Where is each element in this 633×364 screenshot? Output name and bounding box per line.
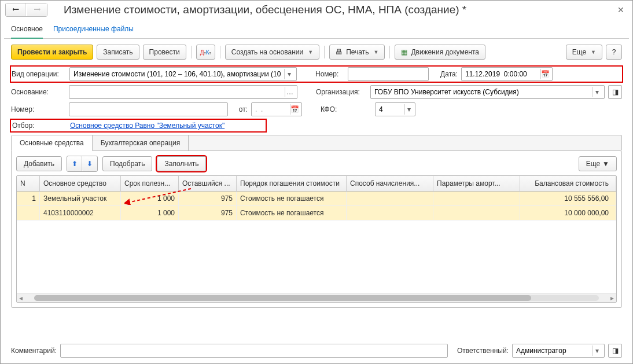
- kfo-select[interactable]: ▾: [375, 102, 415, 116]
- scroll-right-icon[interactable]: ▸: [608, 294, 616, 302]
- comment-input[interactable]: [60, 344, 448, 358]
- tab-attached-files[interactable]: Присоединенные файлы: [53, 23, 134, 38]
- move-up-button[interactable]: ⬆: [67, 156, 82, 171]
- org-open-button[interactable]: ◨: [608, 85, 622, 99]
- separator: [191, 46, 192, 58]
- fill-button[interactable]: Заполнить: [157, 156, 206, 171]
- post-and-close-button[interactable]: Провести и закрыть: [11, 45, 93, 60]
- chevron-down-icon[interactable]: ▾: [284, 69, 294, 79]
- table-row[interactable]: 4103110000002 1 000 975 Стоимость не пог…: [17, 206, 616, 220]
- comment-label: Комментарий:: [11, 347, 57, 355]
- kfo-value[interactable]: [378, 105, 404, 114]
- chevron-down-icon: ▼: [602, 160, 609, 168]
- nav-buttons: 🠔 🠖: [5, 3, 47, 17]
- open-icon: ◨: [612, 347, 619, 355]
- assets-grid: N Основное средство Срок полезн... Остав…: [16, 175, 617, 303]
- from-value[interactable]: [254, 105, 290, 114]
- col-life-header[interactable]: Срок полезн...: [121, 176, 179, 191]
- col-n-header[interactable]: N: [17, 176, 40, 191]
- arrow-up-icon: ⬆: [72, 160, 78, 168]
- ellipsis-icon[interactable]: …: [285, 87, 295, 97]
- movements-button[interactable]: ▦ Движения документа: [395, 45, 485, 60]
- printer-icon: 🖶: [336, 48, 343, 56]
- responsible-value[interactable]: [515, 346, 592, 355]
- table-row[interactable]: 1 Земельный участок 1 000 975 Стоимость …: [17, 192, 616, 206]
- dtk-icon: ДтКт: [200, 49, 211, 56]
- col-asset-header[interactable]: Основное средство: [40, 176, 121, 191]
- create-based-button[interactable]: Создать на основании ▼: [225, 45, 319, 60]
- more-button[interactable]: Еще ▼: [566, 45, 602, 60]
- basis-row: Основание: … Организация: ▾ ◨: [11, 85, 622, 99]
- help-button[interactable]: ?: [606, 45, 622, 60]
- tab-fixed-assets[interactable]: Основные средства: [12, 135, 93, 151]
- scroll-thumb[interactable]: [34, 295, 531, 301]
- nav-back-button[interactable]: 🠔: [6, 3, 25, 16]
- date-value[interactable]: [464, 69, 540, 79]
- move-down-button[interactable]: ⬇: [82, 156, 97, 171]
- calendar-icon[interactable]: 📅: [540, 69, 550, 79]
- number-input[interactable]: [348, 67, 429, 81]
- doc-number-label: Номер:: [11, 105, 65, 113]
- post-button[interactable]: Провести: [143, 45, 186, 60]
- save-button[interactable]: Записать: [97, 45, 139, 60]
- form-area: Вид операции: ▾ Номер: Дата: 📅 Основание…: [4, 64, 629, 310]
- scroll-track[interactable]: [34, 295, 599, 301]
- basis-input[interactable]: …: [69, 85, 297, 99]
- arrow-down-icon: ⬇: [87, 160, 93, 168]
- responsible-open-button[interactable]: ◨: [608, 344, 622, 358]
- chevron-down-icon[interactable]: ▾: [404, 104, 413, 115]
- responsible-select[interactable]: ▾: [512, 344, 605, 358]
- detail-tabs: Основные средства Бухгалтерская операция: [11, 135, 622, 150]
- add-button[interactable]: Добавить: [16, 156, 62, 171]
- op-type-value[interactable]: [72, 69, 284, 79]
- print-button[interactable]: 🖶 Печать ▼: [329, 45, 385, 60]
- separator: [324, 46, 325, 58]
- col-order-header[interactable]: Порядок погашения стоимости: [237, 176, 347, 191]
- pick-button[interactable]: Подобрать: [102, 156, 152, 171]
- org-value[interactable]: [373, 87, 592, 97]
- more-label: Еще: [572, 48, 586, 56]
- header-tabs: Основное Присоединенные файлы: [4, 19, 629, 39]
- doc-number-row: Номер: от: 📅 КФО: ▾: [11, 102, 622, 116]
- doc-number-input[interactable]: [69, 102, 228, 116]
- from-label: от:: [231, 105, 248, 113]
- movements-label: Движения документа: [411, 48, 479, 56]
- panel-toolbar: Добавить ⬆ ⬇ Подобрать Заполнить Еще ▼: [16, 156, 617, 172]
- org-label: Организация:: [316, 88, 367, 96]
- assets-panel: Добавить ⬆ ⬇ Подобрать Заполнить Еще ▼: [11, 150, 622, 308]
- chevron-down-icon[interactable]: ▾: [592, 87, 602, 97]
- chevron-down-icon: ▼: [308, 49, 313, 55]
- calendar-icon[interactable]: 📅: [290, 104, 299, 115]
- grid-body[interactable]: 1 Земельный участок 1 000 975 Стоимость …: [17, 192, 616, 293]
- op-type-select[interactable]: ▾: [69, 67, 297, 81]
- date-input[interactable]: 📅: [461, 67, 553, 81]
- op-type-label: Вид операции:: [12, 70, 66, 78]
- window-title: Изменение стоимости, амортизации, обесце…: [64, 3, 609, 16]
- close-icon[interactable]: ✕: [614, 5, 628, 14]
- separator: [389, 46, 390, 58]
- grid-header: N Основное средство Срок полезн... Остав…: [17, 176, 616, 192]
- col-method-header[interactable]: Способ начисления...: [347, 176, 433, 191]
- col-params-header[interactable]: Параметры аморт...: [433, 176, 520, 191]
- filter-link[interactable]: Основное средство Равно "Земельный участ…: [70, 122, 225, 130]
- number-label: Номер:: [315, 70, 344, 78]
- from-date-input[interactable]: 📅: [251, 102, 302, 116]
- main-toolbar: Провести и закрыть Записать Провести ДтК…: [4, 39, 629, 64]
- date-label: Дата:: [432, 70, 458, 78]
- dtk-button[interactable]: ДтКт: [196, 45, 215, 60]
- create-based-label: Создать на основании: [231, 48, 304, 56]
- panel-more-button[interactable]: Еще ▼: [579, 156, 617, 171]
- col-balance-header[interactable]: Балансовая стоимость: [520, 176, 616, 191]
- movements-icon: ▦: [401, 48, 407, 56]
- horizontal-scrollbar[interactable]: ◂ ▸: [17, 293, 616, 302]
- org-select[interactable]: ▾: [370, 85, 605, 99]
- tab-main[interactable]: Основное: [11, 23, 43, 39]
- col-remaining-header[interactable]: Оставшийся ...: [179, 176, 237, 191]
- nav-forward-button[interactable]: 🠖: [27, 3, 47, 16]
- open-icon: ◨: [612, 88, 619, 96]
- filter-row: Отбор: Основное средство Равно "Земельны…: [11, 120, 266, 131]
- basis-label: Основание:: [11, 88, 65, 96]
- tab-accounting-operation[interactable]: Бухгалтерская операция: [93, 135, 189, 150]
- scroll-left-icon[interactable]: ◂: [17, 294, 25, 302]
- chevron-down-icon[interactable]: ▾: [592, 345, 602, 356]
